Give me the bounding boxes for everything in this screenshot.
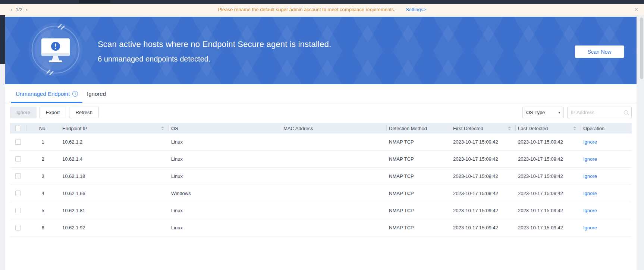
- scrollbar-thumb[interactable]: [640, 18, 643, 79]
- search-icon[interactable]: [624, 110, 628, 114]
- tab-ignored[interactable]: Ignored: [82, 84, 110, 103]
- cell-last-detected: 2023-10-17 15:09:42: [515, 191, 581, 196]
- row-checkbox[interactable]: [15, 173, 21, 179]
- top-dark-bar: [0, 0, 644, 4]
- cell-detection-method: NMAP TCP: [386, 208, 450, 213]
- column-mac-address: MAC Address: [281, 123, 386, 134]
- sort-icon[interactable]: [508, 126, 511, 130]
- cell-detection-method: NMAP TCP: [386, 225, 450, 230]
- table-row: 4 10.62.1.66 Windows NMAP TCP 2023-10-17…: [10, 185, 632, 202]
- cell-detection-method: NMAP TCP: [386, 173, 450, 179]
- column-no: No.: [26, 123, 60, 134]
- column-last-detected[interactable]: Last Detected: [515, 123, 581, 134]
- export-button[interactable]: Export: [40, 107, 66, 118]
- column-last-detected-label: Last Detected: [518, 126, 548, 131]
- cell-os: Linux: [169, 208, 281, 213]
- cell-os: Linux: [169, 225, 281, 230]
- ignore-link[interactable]: Ignore: [583, 208, 597, 213]
- cell-first-detected: 2023-10-17 15:09:42: [450, 191, 515, 196]
- row-checkbox[interactable]: [15, 225, 21, 230]
- ignore-button[interactable]: Ignore: [10, 107, 37, 118]
- cell-last-detected: 2023-10-17 15:09:42: [515, 173, 581, 179]
- table-row: 6 10.62.1.92 Linux NMAP TCP 2023-10-17 1…: [10, 219, 632, 236]
- column-endpoint-ip[interactable]: Endpoint IP: [60, 123, 169, 134]
- cell-endpoint-ip: 10.62.1.2: [60, 139, 169, 145]
- cell-no: 1: [26, 139, 60, 145]
- row-checkbox[interactable]: [15, 139, 21, 145]
- toolbar-filters: OS Type ▾: [522, 107, 632, 118]
- cell-first-detected: 2023-10-17 15:09:42: [450, 173, 515, 179]
- cell-last-detected: 2023-10-17 15:09:42: [515, 139, 581, 145]
- cell-os: Linux: [169, 173, 281, 179]
- scan-banner: Scan active hosts where no Endpoint Secu…: [5, 17, 637, 84]
- cell-first-detected: 2023-10-17 15:09:42: [450, 225, 515, 230]
- cell-no: 4: [26, 191, 60, 196]
- alert-monitor-icon: [28, 22, 84, 78]
- ignore-link[interactable]: Ignore: [583, 139, 597, 145]
- cell-no: 2: [26, 156, 60, 162]
- os-type-select[interactable]: OS Type ▾: [522, 107, 564, 118]
- ignore-link[interactable]: Ignore: [583, 191, 597, 196]
- cell-endpoint-ip: 10.62.1.92: [60, 225, 169, 230]
- column-operation: Operation: [581, 123, 632, 134]
- cell-os: Linux: [169, 156, 281, 162]
- chevron-right-icon[interactable]: ›: [26, 7, 28, 12]
- banner-subtitle: 6 unmanaged endpoints detected.: [98, 55, 210, 63]
- page-scrollbar[interactable]: [639, 15, 644, 270]
- banner-title: Scan active hosts where no Endpoint Secu…: [98, 40, 331, 49]
- ignore-link[interactable]: Ignore: [583, 156, 597, 162]
- cell-os: Windows: [169, 191, 281, 196]
- cell-endpoint-ip: 10.62.1.18: [60, 173, 169, 179]
- notice-pager-label: 1/2: [16, 7, 22, 12]
- refresh-button[interactable]: Refresh: [69, 107, 99, 118]
- ignore-link[interactable]: Ignore: [583, 173, 597, 179]
- table-toolbar: Ignore Export Refresh OS Type ▾: [5, 107, 637, 118]
- row-checkbox[interactable]: [15, 208, 21, 213]
- column-first-detected-label: First Detected: [453, 126, 483, 131]
- cell-endpoint-ip: 10.62.1.66: [60, 191, 169, 196]
- compliance-notice-bar: ‹ 1/2 › Please rename the default super …: [0, 4, 644, 15]
- column-first-detected[interactable]: First Detected: [450, 123, 515, 134]
- cell-last-detected: 2023-10-17 15:09:42: [515, 208, 581, 213]
- tab-unmanaged-endpoint[interactable]: Unmanaged Endpoint i: [11, 84, 82, 103]
- column-os: OS: [169, 123, 281, 134]
- os-type-select-value: OS Type: [526, 110, 545, 115]
- chevron-down-icon: ▾: [558, 111, 560, 114]
- ip-address-input[interactable]: [571, 110, 624, 115]
- column-detection-method: Detection Method: [386, 123, 450, 134]
- cell-first-detected: 2023-10-17 15:09:42: [450, 139, 515, 145]
- cell-first-detected: 2023-10-17 15:09:42: [450, 156, 515, 162]
- row-checkbox[interactable]: [15, 191, 21, 196]
- ignore-link[interactable]: Ignore: [583, 225, 597, 230]
- endpoints-table: No. Endpoint IP OS MAC Address Detection…: [10, 123, 632, 236]
- close-icon[interactable]: ✕: [634, 7, 638, 12]
- tab-unmanaged-endpoint-label: Unmanaged Endpoint: [16, 91, 70, 97]
- notice-pager: ‹ 1/2 ›: [10, 7, 28, 12]
- notice-settings-link[interactable]: Settings>: [406, 7, 426, 12]
- table-row: 5 10.62.1.81 Linux NMAP TCP 2023-10-17 1…: [10, 202, 632, 219]
- info-icon[interactable]: i: [72, 91, 78, 97]
- row-checkbox[interactable]: [15, 156, 21, 162]
- cell-no: 6: [26, 225, 60, 230]
- column-endpoint-ip-label: Endpoint IP: [62, 126, 87, 131]
- tab-bar: Unmanaged Endpoint i Ignored: [5, 84, 637, 103]
- cell-last-detected: 2023-10-17 15:09:42: [515, 225, 581, 230]
- chevron-left-icon[interactable]: ‹: [10, 7, 12, 12]
- cell-endpoint-ip: 10.62.1.4: [60, 156, 169, 162]
- sort-icon[interactable]: [573, 126, 576, 130]
- notice-message: Please rename the default super admin ac…: [218, 7, 395, 12]
- cell-endpoint-ip: 10.62.1.81: [60, 208, 169, 213]
- cell-detection-method: NMAP TCP: [386, 156, 450, 162]
- cell-os: Linux: [169, 139, 281, 145]
- sort-icon[interactable]: [161, 126, 164, 130]
- scan-now-button[interactable]: Scan Now: [575, 45, 624, 58]
- cell-detection-method: NMAP TCP: [386, 139, 450, 145]
- cell-last-detected: 2023-10-17 15:09:42: [515, 156, 581, 162]
- select-all-checkbox[interactable]: [15, 126, 21, 131]
- select-all-cell: [10, 123, 26, 134]
- cell-detection-method: NMAP TCP: [386, 191, 450, 196]
- table-row: 2 10.62.1.4 Linux NMAP TCP 2023-10-17 15…: [10, 151, 632, 168]
- tab-ignored-label: Ignored: [87, 91, 106, 97]
- ip-address-search: [567, 107, 632, 118]
- table-row: 3 10.62.1.18 Linux NMAP TCP 2023-10-17 1…: [10, 168, 632, 185]
